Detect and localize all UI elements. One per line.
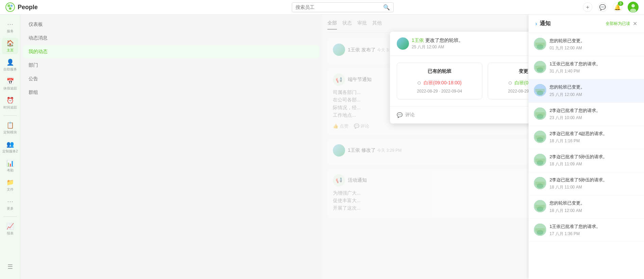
notification-item-6[interactable]: 2李迩已批准了5孙伍的请求。 18 八月 11:00 AM — [529, 172, 644, 195]
feed-icon-4: 📢 — [333, 174, 345, 186]
original-shift-dot — [417, 81, 421, 85]
attendance-label: 休假追踪 — [3, 86, 17, 91]
svg-point-6 — [630, 9, 636, 13]
sidebar-item-more[interactable]: ⋯ 更多 — [2, 196, 18, 212]
custom2-icon: 👥 — [6, 141, 14, 148]
notification-item-7[interactable]: 您的轮班已变更。 18 八月 12:00 AM — [529, 195, 644, 218]
sidebar-item-home[interactable]: 🏠 主页 — [2, 38, 18, 54]
svg-rect-27 — [535, 182, 545, 185]
svg-rect-24 — [535, 159, 545, 162]
sidebar-item-files[interactable]: 📁 文件 — [2, 177, 18, 193]
notif-time-0: 01 九月 12:00 AM — [550, 45, 639, 51]
sidebar-item-attendance[interactable]: 📅 休假追踪 — [2, 76, 18, 92]
svg-rect-18 — [535, 112, 545, 116]
notif-avatar-4 — [534, 131, 546, 143]
time-label: 时间追踪 — [3, 105, 17, 110]
search-icon[interactable]: 🔍 — [383, 4, 390, 11]
notification-panel: › 通知 全部标为已读 ✕ 您的轮班已变更。 01 九月 12:00 AM — [529, 15, 644, 279]
logo-area: People — [5, 2, 103, 12]
tab-all[interactable]: 全部 — [327, 20, 337, 30]
menu-item-department[interactable]: 部门 — [23, 59, 319, 72]
notif-avatar-1 — [534, 61, 546, 73]
original-shift-name: 白班(09:00-18:00) — [424, 80, 462, 86]
notif-time-5: 18 八月 11:09 AM — [550, 161, 639, 167]
app-title: People — [18, 4, 38, 11]
search-box[interactable]: 🔍 — [292, 2, 394, 12]
feed-icon-2: 📢 — [333, 73, 345, 86]
sidebar-item-tasks[interactable]: 📊 考勤 — [2, 158, 18, 174]
sidebar-item-menu[interactable]: ☰ — [2, 259, 18, 275]
notification-item-8[interactable]: 1王依已批准了您的请求。 17 八月 1:36 PM — [529, 219, 644, 242]
sidebar-item-schedule[interactable]: 📋 定制模块 — [2, 120, 18, 136]
comment-btn-2[interactable]: 💬 评论 — [354, 123, 370, 129]
notif-text-3: 2李迩已批准了您的请求。 — [550, 108, 639, 114]
sidebar-item-report[interactable]: 📈 报表 — [2, 221, 18, 237]
notification-button[interactable]: 🔔 9 — [613, 2, 622, 12]
tab-approval[interactable]: 审批 — [357, 20, 367, 30]
notif-text-8: 1王依已批准了您的请求。 — [550, 224, 639, 230]
notification-item-3[interactable]: 2李迩已批准了您的请求。 23 八月 10:00 AM — [529, 103, 644, 126]
header-actions: ＋ 💬 🔔 9 — [583, 2, 639, 13]
menu-item-notice[interactable]: 公告 — [23, 72, 319, 85]
sidebar-menu-column: 仪表板 动态消息 我的动态 部门 公告 群组 — [20, 15, 322, 279]
custom2-label: 定制服务2 — [2, 149, 18, 154]
notif-content-1: 1王依已批准了您的请求。 31 八月 1:40 PM — [550, 61, 639, 74]
sidebar-item-time[interactable]: ⏰ 时间追踪 — [2, 95, 18, 111]
services-label: 服务 — [7, 29, 14, 34]
avatar-image — [628, 2, 639, 13]
notif-text-2: 您的轮班已变更。 — [550, 84, 639, 90]
notification-item-2[interactable]: 您的轮班已变更。 25 八月 12:00 AM — [529, 79, 644, 102]
svg-point-2 — [11, 5, 13, 7]
chat-button[interactable]: 💬 — [598, 2, 607, 12]
comment-label: 评论 — [405, 112, 415, 118]
notification-item-1[interactable]: 1王依已批准了您的请求。 31 八月 1:40 PM — [529, 56, 644, 79]
more-label: 更多 — [7, 206, 14, 211]
notification-item-5[interactable]: 2李迩已批准了5孙伍的请求。 18 八月 11:09 AM — [529, 149, 644, 172]
notif-text-5: 2李迩已批准了5孙伍的请求。 — [550, 154, 639, 160]
tasks-label: 考勤 — [7, 168, 14, 173]
original-shift-date: 2022-08-29 · 2022-09-04 — [402, 89, 477, 94]
notification-badge: 9 — [618, 1, 623, 6]
feed-avatar-1 — [333, 44, 345, 56]
sidebar-item-services[interactable]: ⋯ 服务 — [2, 19, 18, 35]
notification-item-4[interactable]: 2李迩已批准了4赵思的请求。 18 八月 1:16 PM — [529, 126, 644, 149]
like-btn-2[interactable]: 👍 点赞 — [333, 123, 348, 129]
feed-name-4: 活动通知 — [348, 177, 367, 183]
sidebar-item-custom2[interactable]: 👥 定制服务2 — [2, 139, 18, 155]
notif-text-0: 您的轮班已变更。 — [550, 38, 639, 44]
sidebar-item-self-service[interactable]: 👤 自助服务 — [2, 57, 18, 73]
sidebar-icon-column: ⋯ 服务 🏠 主页 👤 自助服务 📅 休假追踪 ⏰ 时间追踪 📋 — [0, 15, 20, 279]
main-content: 全部 状态 审批 其他 1王依 发布了 今天 3:30 PM 📢 — [322, 15, 644, 279]
menu-item-my-dynamics[interactable]: 我的动态 — [23, 45, 319, 58]
tab-other[interactable]: 其他 — [372, 20, 382, 30]
home-icon: 🏠 — [6, 39, 14, 47]
sidebar: ⋯ 服务 🏠 主页 👤 自助服务 📅 休假追踪 ⏰ 时间追踪 📋 — [0, 15, 322, 279]
sidebar-separator-1 — [3, 115, 17, 116]
sidebar-separator-2 — [3, 216, 17, 217]
notification-back-button[interactable]: › — [535, 21, 537, 27]
add-button[interactable]: ＋ — [583, 2, 592, 12]
tab-status[interactable]: 状态 — [342, 20, 352, 30]
svg-point-0 — [6, 3, 15, 12]
files-icon: 📁 — [6, 179, 14, 186]
original-shift-card: 已有的轮班 白班(09:00-18:00) 2022-08-29 · 2022-… — [397, 63, 482, 99]
search-input[interactable] — [296, 4, 383, 10]
notif-content-0: 您的轮班已变更。 01 九月 12:00 AM — [550, 38, 639, 51]
schedule-label: 定制模块 — [3, 130, 17, 135]
attendance-icon: 📅 — [6, 78, 14, 85]
notif-avatar-5 — [534, 154, 546, 166]
user-avatar[interactable] — [628, 2, 639, 13]
chat-icon: 💬 — [599, 4, 606, 11]
menu-item-dashboard[interactable]: 仪表板 — [23, 18, 319, 31]
svg-rect-9 — [535, 43, 545, 46]
mark-all-read-button[interactable]: 全部标为已读 — [606, 21, 630, 27]
notif-avatar-8 — [534, 224, 546, 236]
notification-close-button[interactable]: ✕ — [633, 20, 637, 27]
menu-item-dynamics[interactable]: 动态消息 — [23, 32, 319, 45]
notif-avatar-6 — [534, 177, 546, 189]
notif-text-7: 您的轮班已变更。 — [550, 200, 639, 206]
notification-item-0[interactable]: 您的轮班已变更。 01 九月 12:00 AM — [529, 33, 644, 56]
menu-item-group[interactable]: 群组 — [23, 86, 319, 99]
self-service-icon: 👤 — [6, 59, 14, 66]
modal-user-name: 1王依 — [412, 37, 424, 43]
